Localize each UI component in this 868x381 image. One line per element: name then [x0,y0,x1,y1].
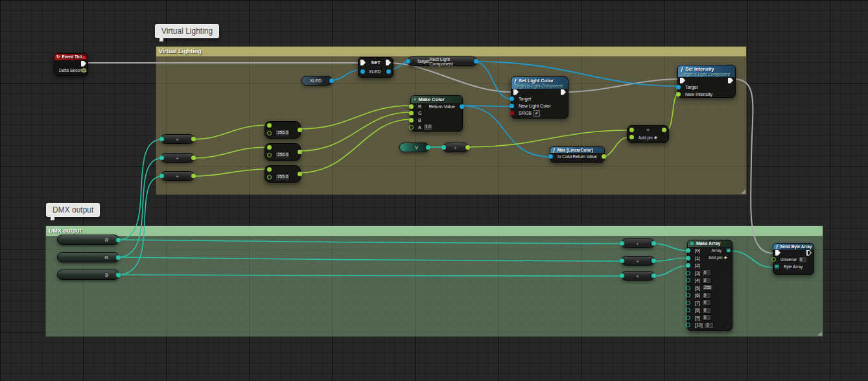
target-pin[interactable] [676,85,681,89]
b-pin[interactable] [629,135,634,139]
input-pin[interactable] [620,241,624,246]
g-pin[interactable] [409,111,414,115]
divisor-field[interactable]: 255.0 [276,152,290,158]
node-get-b[interactable]: B [57,270,119,280]
element-value-field[interactable]: 0 [702,314,711,321]
a-pin[interactable] [629,128,634,132]
node-event-tick[interactable]: ↻Event Tick Delta Seconds [54,53,88,76]
r-output-pin[interactable] [116,238,121,242]
node-get-r[interactable]: R [57,235,119,245]
element-value-field[interactable]: 255 [702,284,713,291]
element-8-pin[interactable] [686,308,690,312]
node-divide-r[interactable]: 255.0 [264,121,301,139]
exec-in-pin[interactable] [775,250,780,256]
input-pin[interactable] [159,137,164,141]
a-pin[interactable] [267,123,272,128]
output-pin[interactable] [651,241,656,246]
return-value-pin[interactable] [602,154,606,159]
component-output-pin[interactable] [474,59,478,64]
input-pin[interactable] [620,273,624,278]
r-pin[interactable] [409,104,414,109]
new-intensity-pin[interactable] [676,92,681,97]
exec-in-pin[interactable] [513,89,519,95]
element-10-pin[interactable] [686,323,690,327]
target-pin[interactable] [406,59,410,64]
element-value-field[interactable]: 0 [702,299,711,306]
result-pin[interactable] [662,128,666,132]
node-set-intensity[interactable]: ƒSet Intensity Target is Light Component… [677,65,736,98]
element-value-field[interactable]: 0 [702,270,711,276]
element-5-pin[interactable] [686,286,690,290]
a-value-field[interactable]: 1.0 [423,124,433,130]
g-output-pin[interactable] [116,255,121,260]
target-pin[interactable] [510,97,514,101]
output-pin[interactable] [651,273,656,278]
node-set-light-color[interactable]: ƒSet Light Color Target is Light Compone… [511,76,569,119]
exec-out-pin[interactable] [728,78,733,84]
a-pin[interactable] [267,167,272,172]
xled-output-pin[interactable] [329,78,334,83]
node-make-color[interactable]: ≡Make Color R Return Value G B A 1.0 [410,95,463,132]
new-light-color-pin[interactable] [510,104,514,108]
node-get-rect-light-component[interactable]: Target Rect Light Component [407,56,477,66]
element-1-pin[interactable] [686,256,690,260]
output-pin[interactable] [465,145,470,150]
element-0-pin[interactable] [686,248,690,253]
input-pin[interactable] [159,156,164,160]
output-pin[interactable] [191,137,196,141]
element-value-field[interactable]: 0 [702,292,711,299]
element-6-pin[interactable] [686,293,690,297]
a-pin[interactable] [409,125,414,130]
output-pin[interactable] [651,259,656,263]
array-output-pin[interactable]: ⊞ [726,248,731,253]
input-pin[interactable] [159,174,164,178]
b-pin[interactable] [409,118,414,122]
srgb-checkbox[interactable]: ✔ [534,110,540,117]
node-convert-byte-to-float-g[interactable]: ▸ [161,153,194,163]
return-value-pin[interactable] [460,104,464,109]
node-convert-byte-to-float-b[interactable]: ▸ [161,171,194,181]
node-get-xled[interactable]: XLED [301,76,333,86]
universe-pin[interactable] [771,257,776,262]
node-convert-byte-to-float-v[interactable]: ▸ [443,143,469,152]
a-pin[interactable] [267,145,272,150]
node-convert-to-byte-g[interactable]: ▸ [621,256,655,266]
add-pin-icon[interactable]: ✚ [724,255,727,260]
delta-seconds-pin[interactable] [82,68,86,73]
add-pin-icon[interactable]: ✚ [654,135,657,140]
in-color-pin[interactable] [548,154,553,159]
b-output-pin[interactable] [116,273,121,277]
node-max-linearcolor[interactable]: ƒMax (LinearColor) In Color Return Value [550,146,605,163]
v-output-pin[interactable] [426,145,430,150]
b-pin[interactable] [267,175,272,179]
byte-array-pin[interactable]: ⊞ [775,264,779,270]
universe-value-field[interactable]: 0 [798,257,807,263]
add-pin-label[interactable]: Add pin [639,135,653,140]
blueprint-graph-canvas[interactable]: Virtual Lighting ◢ DMX output ◢ [0,0,868,381]
node-convert-to-byte-b[interactable]: ▸ [621,271,655,281]
element-9-pin[interactable] [686,316,690,320]
xled-in-pin[interactable] [360,69,365,74]
node-divide-b[interactable]: 255.0 [264,165,301,183]
node-get-g[interactable]: G [57,252,119,262]
b-pin[interactable] [267,131,272,135]
node-divide-g[interactable]: 255.0 [264,143,301,161]
node-convert-byte-to-float-r[interactable]: ▸ [161,134,194,144]
exec-out-pin[interactable] [81,61,86,67]
srgb-pin[interactable] [510,111,514,115]
element-value-field[interactable]: 0 [705,322,714,329]
exec-in-pin[interactable] [680,78,685,84]
element-4-pin[interactable] [686,278,690,283]
node-get-v[interactable]: V [399,143,429,152]
exec-in-pin[interactable] [360,60,366,65]
output-pin[interactable] [191,174,196,178]
output-pin[interactable] [191,156,196,160]
exec-out-pin[interactable] [561,89,566,95]
input-pin[interactable] [620,259,624,263]
node-convert-to-byte-r[interactable]: ▸ [621,238,655,248]
b-pin[interactable] [267,153,272,157]
node-set-xled[interactable]: SET XLED [358,57,393,78]
node-send-byte-array[interactable]: ƒSend Byte Array Universe 0 ⊞ Byte Array [773,243,814,275]
xled-out-pin[interactable] [386,69,391,74]
element-7-pin[interactable] [686,301,690,305]
